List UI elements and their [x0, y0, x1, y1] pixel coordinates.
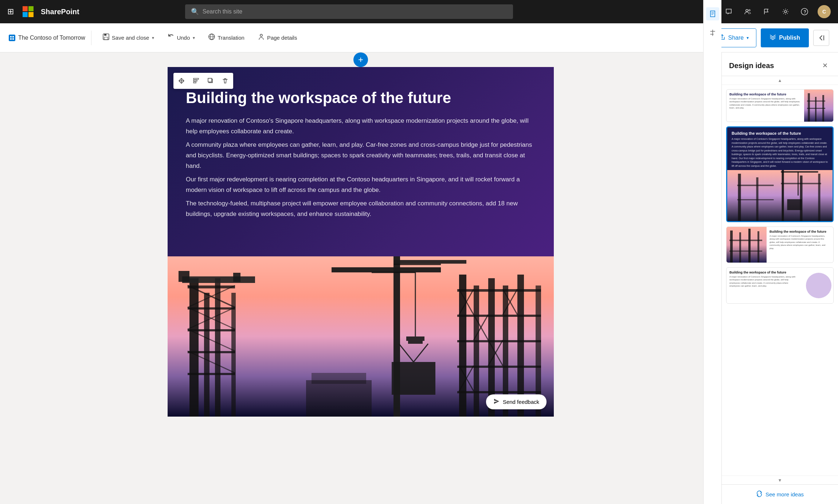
- design-idea-card-2[interactable]: Building the workspace of the future A m…: [726, 126, 834, 222]
- page-indicator: The Contoso of Tomorrow: [9, 35, 85, 41]
- translation-icon: [208, 33, 215, 42]
- card4-image: [800, 268, 833, 303]
- undo-dropdown-arrow: ▾: [193, 35, 195, 40]
- svg-rect-38: [233, 273, 240, 282]
- panel-scroll-up-arrow: ▲: [778, 78, 782, 83]
- svg-rect-96: [729, 240, 762, 241]
- flag-icon[interactable]: [761, 6, 772, 17]
- svg-rect-35: [231, 293, 236, 417]
- svg-rect-24: [188, 307, 235, 310]
- svg-rect-83: [800, 176, 803, 221]
- close-design-panel-button[interactable]: ✕: [819, 60, 831, 71]
- delete-control[interactable]: [219, 74, 232, 87]
- panel-scroll-down-arrow: ▼: [778, 478, 782, 483]
- svg-rect-12: [104, 34, 106, 36]
- svg-rect-45: [392, 362, 435, 395]
- main-area: +: [0, 52, 838, 504]
- undo-label: Undo: [177, 35, 190, 41]
- page-details-icon: [258, 33, 265, 42]
- see-more-ideas-button[interactable]: See more ideas: [756, 491, 804, 498]
- move-control[interactable]: [175, 74, 188, 87]
- card4-title: Building the workspace of the future: [729, 271, 798, 274]
- design-idea-card-4[interactable]: Building the workspace of the future A m…: [726, 267, 834, 304]
- svg-rect-36: [182, 276, 255, 283]
- search-input[interactable]: [203, 8, 507, 15]
- people-icon[interactable]: [742, 6, 753, 17]
- svg-point-14: [260, 34, 262, 36]
- svg-rect-16: [193, 80, 197, 81]
- svg-rect-93: [739, 232, 741, 263]
- nav-icons: ? ? C: [704, 5, 831, 18]
- svg-rect-9: [10, 38, 12, 40]
- design-idea-card-1[interactable]: Building the workspace of the future A m…: [726, 89, 834, 122]
- svg-rect-10: [12, 38, 14, 40]
- publish-button[interactable]: Publish: [761, 28, 809, 47]
- svg-rect-74: [808, 93, 810, 122]
- translation-button[interactable]: Translation: [203, 28, 250, 47]
- share-dropdown-arrow: ▾: [747, 35, 749, 40]
- svg-rect-87: [781, 183, 821, 184]
- right-panel-icons: [703, 0, 721, 504]
- svg-rect-21: [189, 278, 199, 417]
- search-bar[interactable]: 🔍: [185, 4, 513, 19]
- design-panel-header: Design ideas ✕: [722, 52, 838, 76]
- settings-icon[interactable]: [780, 6, 791, 17]
- publish-icon: [770, 34, 776, 42]
- toolbar-right: Share ▾ Publish: [711, 28, 829, 47]
- collapse-panel-button[interactable]: [813, 30, 829, 46]
- card4-text: Building the workspace of the future A m…: [727, 268, 800, 303]
- undo-icon: [167, 33, 175, 42]
- save-close-button[interactable]: Save and close ▾: [97, 28, 160, 47]
- edit-controls: [173, 73, 233, 89]
- svg-rect-58: [457, 391, 541, 393]
- svg-rect-26: [188, 351, 235, 353]
- canvas-area[interactable]: +: [0, 52, 721, 504]
- card2-image: [727, 170, 833, 221]
- microsoft-logo: [23, 6, 34, 17]
- add-section-button[interactable]: +: [353, 52, 368, 67]
- hero-body: A major renovation of Contoso's Singapor…: [186, 116, 536, 219]
- help-circle-icon[interactable]: ?: [799, 6, 810, 17]
- feedback-icon[interactable]: [723, 6, 735, 17]
- page-details-button[interactable]: Page details: [252, 28, 302, 47]
- svg-rect-8: [12, 36, 14, 38]
- edit-control[interactable]: [189, 74, 203, 87]
- svg-rect-7: [10, 36, 12, 38]
- svg-point-4: [784, 11, 787, 13]
- see-more-label: See more ideas: [765, 491, 804, 497]
- svg-rect-72: [312, 373, 366, 384]
- design-ideas-list[interactable]: Building the workspace of the future A m…: [722, 85, 838, 476]
- svg-rect-95: [757, 231, 759, 263]
- image-section: Image: [168, 256, 554, 417]
- svg-rect-55: [457, 315, 541, 317]
- search-icon: 🔍: [191, 8, 199, 16]
- svg-rect-22: [204, 293, 210, 417]
- design-ideas-icon[interactable]: [706, 7, 719, 20]
- card1-body: A major renovation of Contoso's Singapor…: [729, 97, 801, 110]
- undo-button[interactable]: Undo ▾: [162, 28, 200, 47]
- svg-rect-85: [737, 185, 774, 186]
- svg-rect-90: [787, 199, 802, 210]
- page-content: Building the workspace of the future A m…: [168, 67, 554, 417]
- hero-section: Building the workspace of the future A m…: [168, 67, 554, 256]
- svg-rect-49: [474, 286, 479, 417]
- hero-body-line-4: The technology-fueled, multiphase projec…: [186, 198, 536, 220]
- card4-circle-decoration: [806, 273, 831, 298]
- svg-rect-71: [306, 380, 372, 417]
- design-idea-card-3[interactable]: Building the workspace of the future A m…: [726, 227, 834, 263]
- send-feedback-button[interactable]: Send feedback: [486, 394, 547, 409]
- hero-body-line-1: A major renovation of Contoso's Singapor…: [186, 116, 536, 137]
- svg-rect-37: [179, 271, 189, 282]
- publish-label: Publish: [779, 35, 800, 41]
- design-panel-title: Design ideas: [729, 62, 774, 70]
- svg-rect-15: [193, 78, 199, 79]
- user-avatar[interactable]: C: [818, 5, 831, 18]
- align-icon[interactable]: [706, 26, 719, 39]
- svg-rect-97: [729, 251, 762, 252]
- page-name: The Contoso of Tomorrow: [18, 35, 85, 41]
- waffle-icon[interactable]: ⊞: [7, 7, 14, 16]
- svg-rect-78: [807, 108, 825, 109]
- card1-text: Building the workspace of the future A m…: [727, 90, 804, 122]
- page-dot: [9, 35, 15, 41]
- duplicate-control[interactable]: [204, 74, 217, 87]
